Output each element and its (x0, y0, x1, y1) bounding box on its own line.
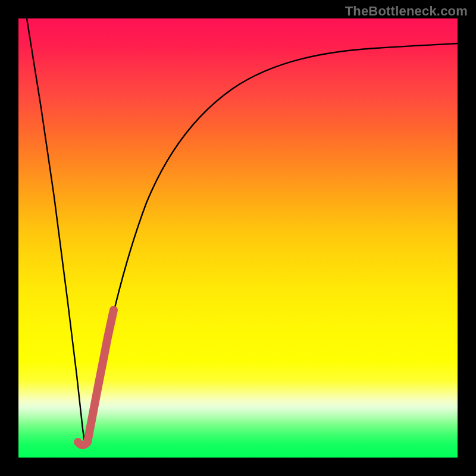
curve-right-branch (85, 43, 458, 446)
highlight-segment (78, 310, 114, 445)
plot-area (18, 18, 458, 458)
curve-left-branch (27, 18, 85, 446)
watermark-text: TheBottleneck.com (345, 4, 468, 19)
curve-layer (18, 18, 458, 458)
chart-frame: TheBottleneck.com (0, 0, 476, 476)
